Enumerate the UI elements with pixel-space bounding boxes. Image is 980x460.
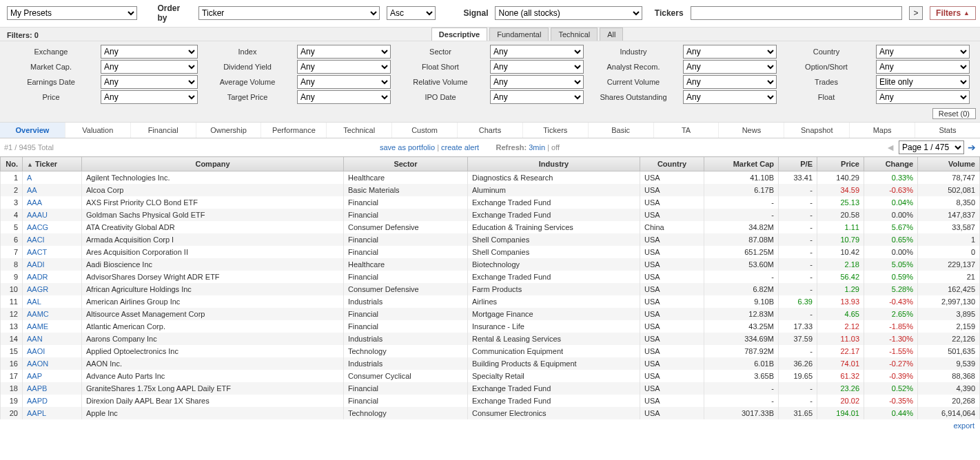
ticker-link[interactable]: AAPB bbox=[27, 384, 47, 393]
filter-select-option-short[interactable]: Any bbox=[876, 60, 970, 74]
refresh-off[interactable]: off bbox=[551, 143, 560, 151]
create-alert-link[interactable]: create alert bbox=[441, 143, 479, 151]
filter-select-current-volume[interactable]: Any bbox=[683, 75, 777, 89]
col-volume[interactable]: Volume bbox=[918, 157, 980, 171]
page-next-icon[interactable]: ➔ bbox=[968, 142, 976, 153]
view-tab-ta[interactable]: TA bbox=[654, 123, 719, 138]
tickers-go-button[interactable]: > bbox=[909, 6, 923, 20]
ticker-link[interactable]: A bbox=[27, 174, 32, 182]
ticker-link[interactable]: AAMC bbox=[27, 310, 49, 318]
ticker-link[interactable]: AAME bbox=[27, 322, 48, 331]
filter-tab-technical[interactable]: Technical bbox=[551, 28, 598, 41]
direction-select[interactable]: Asc bbox=[387, 6, 436, 20]
ticker-link[interactable]: AAAU bbox=[27, 211, 48, 219]
col-change[interactable]: Change bbox=[864, 157, 918, 171]
ticker-link[interactable]: AADI bbox=[27, 260, 45, 269]
export-link[interactable]: export bbox=[953, 421, 974, 430]
view-tab-basic[interactable]: Basic bbox=[589, 123, 654, 138]
col-industry[interactable]: Industry bbox=[468, 157, 640, 171]
filter-select-shares-outstanding[interactable]: Any bbox=[683, 90, 777, 104]
filter-select-trades[interactable]: Elite only bbox=[876, 75, 970, 89]
view-tab-stats[interactable]: Stats bbox=[915, 123, 980, 138]
cell-no: 7 bbox=[1, 246, 23, 258]
ticker-link[interactable]: AA bbox=[27, 186, 37, 194]
cell-no: 11 bbox=[1, 295, 23, 308]
signal-select[interactable]: None (all stocks) bbox=[495, 6, 642, 20]
ticker-link[interactable]: AAP bbox=[27, 372, 42, 380]
cell-company: AAON Inc. bbox=[82, 357, 344, 370]
cell-price: 194.01 bbox=[817, 407, 864, 419]
view-tab-financial[interactable]: Financial bbox=[131, 123, 196, 138]
cell-no: 19 bbox=[1, 395, 23, 407]
cell-industry: Specialty Retail bbox=[468, 370, 640, 382]
filter-select-sector[interactable]: Any bbox=[490, 45, 584, 59]
ticker-link[interactable]: AAPD bbox=[27, 397, 48, 405]
ticker-link[interactable]: AAN bbox=[27, 335, 43, 343]
orderby-select[interactable]: Ticker bbox=[198, 6, 380, 20]
tickers-input[interactable] bbox=[691, 6, 903, 20]
col-sector[interactable]: Sector bbox=[344, 157, 468, 171]
filter-select-index[interactable]: Any bbox=[297, 45, 391, 59]
presets-select[interactable]: My Presets bbox=[7, 6, 137, 20]
filter-select-relative-volume[interactable]: Any bbox=[490, 75, 584, 89]
col-marketcap[interactable]: Market Cap bbox=[704, 157, 779, 171]
filter-select-exchange[interactable]: Any bbox=[101, 45, 198, 59]
filter-select-ipo-date[interactable]: Any bbox=[490, 90, 584, 104]
col-no[interactable]: No. bbox=[1, 157, 23, 171]
filter-tab-fundamental[interactable]: Fundamental bbox=[489, 28, 549, 41]
save-portfolio-link[interactable]: save as portfolio bbox=[380, 143, 435, 151]
view-tab-performance[interactable]: Performance bbox=[261, 123, 327, 138]
view-tab-technical[interactable]: Technical bbox=[327, 123, 392, 138]
refresh-time-link[interactable]: 3min bbox=[529, 143, 545, 151]
table-row: 6AACIArmada Acquisition Corp IFinancialS… bbox=[1, 233, 980, 246]
ticker-link[interactable]: AACG bbox=[27, 223, 48, 231]
reset-filters-button[interactable]: Reset (0) bbox=[932, 108, 976, 119]
filter-select-earnings-date[interactable]: Any bbox=[101, 75, 198, 89]
ticker-link[interactable]: AACI bbox=[27, 236, 45, 244]
filter-select-float-short[interactable]: Any bbox=[490, 60, 584, 74]
ticker-link[interactable]: AADR bbox=[27, 273, 48, 281]
filter-tab-descriptive[interactable]: Descriptive bbox=[431, 28, 487, 41]
view-tab-overview[interactable]: Overview bbox=[0, 123, 65, 138]
filter-select-industry[interactable]: Any bbox=[683, 45, 777, 59]
ticker-link[interactable]: AAA bbox=[27, 198, 42, 207]
filter-select-market-cap-[interactable]: Any bbox=[101, 60, 198, 74]
col-company[interactable]: Company bbox=[82, 157, 344, 171]
ticker-link[interactable]: AACT bbox=[27, 248, 47, 256]
ticker-link[interactable]: AAPL bbox=[27, 409, 46, 417]
orderby-label: Order by bbox=[158, 3, 192, 23]
col-pe[interactable]: P/E bbox=[779, 157, 817, 171]
page-prev-icon[interactable]: ◄ bbox=[886, 142, 895, 153]
filter-tab-all[interactable]: All bbox=[600, 28, 623, 41]
view-tab-tickers[interactable]: Tickers bbox=[523, 123, 589, 138]
col-ticker[interactable]: ▲Ticker bbox=[23, 157, 82, 171]
filter-select-country[interactable]: Any bbox=[876, 45, 970, 59]
cell-price: 1.29 bbox=[817, 283, 864, 295]
view-tab-maps[interactable]: Maps bbox=[850, 123, 915, 138]
view-tab-charts[interactable]: Charts bbox=[458, 123, 523, 138]
cell-industry: Exchange Traded Fund bbox=[468, 209, 640, 221]
view-tab-snapshot[interactable]: Snapshot bbox=[784, 123, 850, 138]
view-tab-ownership[interactable]: Ownership bbox=[196, 123, 262, 138]
cell-no: 10 bbox=[1, 283, 23, 295]
ticker-link[interactable]: AAGR bbox=[27, 285, 48, 293]
ticker-link[interactable]: AAOI bbox=[27, 347, 45, 355]
page-select[interactable]: Page 1 / 475 bbox=[899, 140, 964, 154]
filter-select-average-volume[interactable]: Any bbox=[297, 75, 391, 89]
view-tab-news[interactable]: News bbox=[719, 123, 784, 138]
ticker-link[interactable]: AAL bbox=[27, 297, 41, 306]
cell-sector: Financial bbox=[344, 196, 468, 209]
filter-select-dividend-yield[interactable]: Any bbox=[297, 60, 391, 74]
view-tab-valuation[interactable]: Valuation bbox=[65, 123, 131, 138]
filters-toggle-button[interactable]: Filters▲ bbox=[930, 6, 976, 20]
view-tab-custom[interactable]: Custom bbox=[392, 123, 458, 138]
ticker-link[interactable]: AAON bbox=[27, 359, 48, 368]
cell-volume: 22,126 bbox=[918, 333, 980, 345]
col-price[interactable]: Price bbox=[817, 157, 864, 171]
filter-select-float[interactable]: Any bbox=[876, 90, 970, 104]
cell-marketcap: 53.60M bbox=[704, 258, 779, 271]
filter-select-analyst-recom-[interactable]: Any bbox=[683, 60, 777, 74]
filter-select-price[interactable]: Any bbox=[101, 90, 198, 104]
filter-select-target-price[interactable]: Any bbox=[297, 90, 391, 104]
col-country[interactable]: Country bbox=[640, 157, 704, 171]
